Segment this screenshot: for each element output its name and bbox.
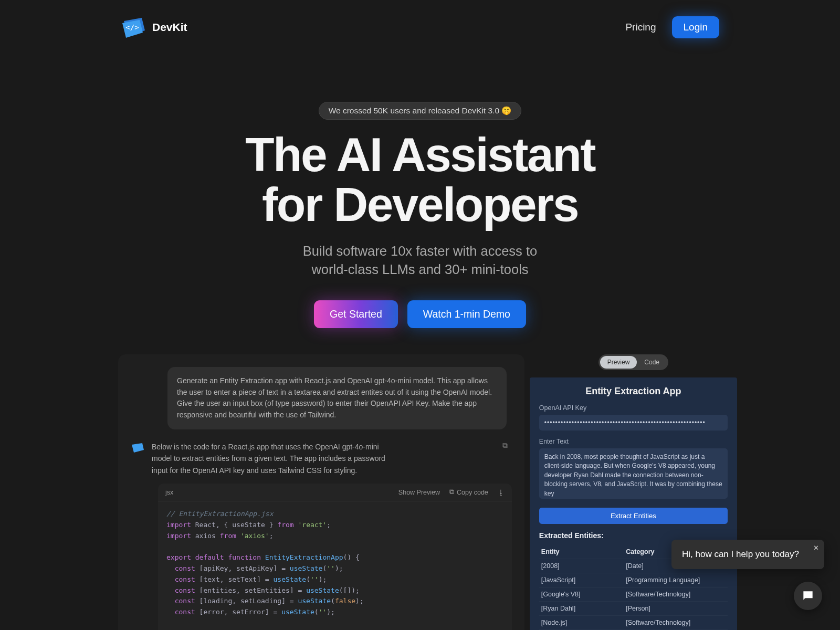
copy-code-button[interactable]: ⧉ Copy code (449, 488, 488, 496)
entity-cell: [Node.js] (541, 619, 626, 626)
chat-fab-button[interactable] (794, 582, 822, 610)
code-card: jsx Show Preview ⧉ Copy code ⭳ // Entity… (158, 484, 512, 630)
get-started-button[interactable]: Get Started (314, 300, 398, 328)
table-row: [Google's V8][Software/Technology] (539, 587, 728, 601)
entity-cell: [Ryan Dahl] (541, 605, 626, 612)
hero-title-line2: for Developers (245, 180, 595, 230)
text-label: Enter Text (539, 438, 728, 445)
brand-logo-icon: </> (121, 16, 146, 39)
nav-right: Pricing Login (625, 16, 719, 38)
download-code-icon[interactable]: ⭳ (498, 489, 505, 496)
extracted-entities-heading: Extracted Entities: (539, 531, 728, 540)
chat-panel: Generate an Entity Extraction app with R… (118, 354, 524, 630)
login-button[interactable]: Login (672, 16, 720, 38)
code-header: jsx Show Preview ⧉ Copy code ⭳ (158, 484, 512, 501)
hero-title-line1: The AI Assistant (245, 130, 595, 180)
api-key-label: OpenAI API Key (539, 404, 728, 412)
table-row: [JavaScript][Programming Language] (539, 573, 728, 587)
chat-help-text: Hi, how can I help you today? (682, 549, 799, 559)
table-row: [Ryan Dahl][Person] (539, 601, 728, 615)
preview-code-toggle: Preview Code (598, 354, 668, 370)
hero-subtitle: Build software 10x faster with access to… (303, 242, 537, 278)
text-input[interactable] (539, 448, 728, 499)
code-body: // EntityExtractionApp.jsx import React,… (158, 501, 512, 630)
header: </> DevKit Pricing Login (0, 0, 840, 55)
category-cell: [Software/Technology] (626, 619, 726, 626)
code-tab[interactable]: Code (637, 356, 667, 369)
hero-subtitle-line2: world-class LLMs and 30+ mini-tools (303, 260, 537, 278)
copy-icon: ⧉ (449, 488, 454, 496)
svg-text:</>: </> (125, 23, 139, 32)
code-language-label: jsx (165, 489, 173, 496)
table-row: [Node.js][Software/Technology] (539, 615, 728, 629)
brand[interactable]: </> DevKit (121, 16, 187, 39)
col-entity: Entity (541, 548, 626, 555)
app-title: Entity Extraction App (539, 386, 728, 397)
category-cell: [Person] (626, 605, 726, 612)
assistant-avatar-icon (131, 442, 144, 454)
demo-area: Generate an Entity Extraction app with R… (0, 354, 840, 630)
assistant-text: Below is the code for a React.js app tha… (152, 441, 393, 476)
announcement-pill[interactable]: We crossed 50K users and released DevKit… (319, 102, 522, 120)
entity-cell: [Google's V8] (541, 591, 626, 598)
pricing-link[interactable]: Pricing (625, 22, 656, 33)
hero-title: The AI Assistant for Developers (245, 130, 595, 229)
brand-name: DevKit (152, 21, 187, 34)
cta-row: Get Started Watch 1-min Demo (314, 300, 526, 328)
copy-message-icon[interactable]: ⧉ (502, 441, 508, 450)
chat-icon (801, 589, 815, 603)
watch-demo-button[interactable]: Watch 1-min Demo (407, 300, 526, 328)
hero-subtitle-line1: Build software 10x faster with access to (303, 242, 537, 260)
user-message: Generate an Entity Extraction app with R… (167, 367, 507, 429)
show-preview-button[interactable]: Show Preview (398, 489, 440, 496)
close-icon[interactable]: ✕ (813, 544, 819, 552)
category-cell: [Software/Technology] (626, 591, 726, 598)
entity-cell: [JavaScript] (541, 576, 626, 584)
preview-tab[interactable]: Preview (600, 356, 637, 369)
extract-entities-button[interactable]: Extract Entities (539, 508, 728, 524)
entity-cell: [2008] (541, 562, 626, 570)
chat-help-bubble: ✕ Hi, how can I help you today? (671, 540, 824, 569)
assistant-message: Below is the code for a React.js app tha… (131, 441, 512, 476)
app-preview: Entity Extraction App OpenAI API Key Ent… (530, 377, 737, 630)
preview-column: Preview Code Entity Extraction App OpenA… (530, 354, 737, 630)
api-key-input[interactable] (539, 415, 728, 430)
category-cell: [Programming Language] (626, 576, 726, 584)
